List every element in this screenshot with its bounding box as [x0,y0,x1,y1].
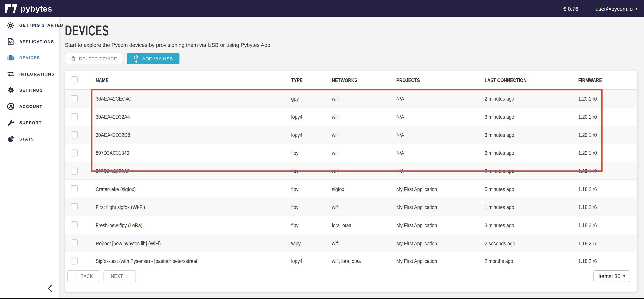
row-checkbox[interactable] [71,185,78,192]
device-name: First flight sigfox (Wi-Fi) [91,203,288,210]
row-checkbox[interactable] [71,150,78,156]
device-type: gpy [288,95,328,102]
device-firmware: 1.18.2.r6 [573,185,638,192]
device-networks: wifi [328,113,395,120]
wrench-icon [7,119,14,126]
device-firmware: 1.20.1.r0 [573,149,638,156]
device-networks: wifi [328,239,395,246]
delete-device-button[interactable]: DELETE DEVICE [65,53,124,64]
table-header-row: NAME TYPE NETWORKS PROJECTS LAST CONNECT… [65,71,638,90]
back-button[interactable]: ← BACK [67,270,100,282]
table-row[interactable]: First flight sigfox (Wi-Fi) fipy wifi My… [65,198,638,216]
device-projects: N/A [395,149,484,156]
row-checkbox[interactable] [71,222,78,228]
device-last-connection: 2 minutes ago [484,149,573,156]
trash-icon [71,56,76,61]
usb-icon [134,54,139,62]
row-checkbox[interactable] [71,258,78,264]
user-email: user@pycom.io [596,6,632,12]
pybytes-app: pybytes € 0.76 user@pycom.io ▾ [0,0,644,299]
device-last-connection: 3 minutes ago [484,113,573,120]
device-projects: N/A [395,167,484,174]
device-firmware: 1.20.1.r0 [573,113,638,120]
device-projects: My First Application [395,257,484,265]
table-row[interactable]: 30AEA42CEC4C gpy wifi N/A 2 minutes ago … [65,90,638,108]
device-firmware: 1.18.2.r6 [573,257,638,265]
account-balance[interactable]: € 0.76 [564,6,578,12]
table-row[interactable]: 30AEA42D32D8 lopy4 wifi N/A 3 minutes ag… [65,126,638,144]
row-checkbox[interactable] [71,131,78,138]
device-firmware: 1.18.2.r6 [573,221,638,229]
sidebar-item-label: SETTINGS [19,88,43,92]
code-document-icon [7,38,14,45]
sidebar-item-getting-started[interactable]: GETTING STARTED [0,17,59,34]
device-last-connection: 3 minutes ago [484,131,573,138]
device-networks: wifi [328,167,395,174]
device-type: lopy4 [288,131,328,138]
chevron-left-icon [48,284,52,292]
device-projects: N/A [395,113,484,120]
sidebar-item-applications[interactable]: APPLICATIONS [0,34,59,50]
table-row[interactable]: 807D3AC322A8 fipy wifi N/A 2 minutes ago… [65,162,638,180]
device-last-connection: 2 seconds ago [484,239,573,246]
sidebar-item-devices[interactable]: DEVICES [0,50,59,66]
sidebar-item-label: STATS [19,137,34,141]
device-name: 30AEA42D32A4 [91,113,288,120]
device-firmware: 1.18.2.r7 [573,239,638,246]
items-per-page-dropdown[interactable]: Items: 30 ▾ [594,270,630,282]
column-header-networks: NETWORKS [328,76,395,84]
sidebar-item-account[interactable]: ACCOUNT [0,98,59,115]
next-button[interactable]: NEXT → [104,270,136,282]
table-row[interactable]: Reboot [new pybytes lib] (WiFi) wipy wif… [65,234,638,252]
row-checkbox[interactable] [71,204,78,210]
table-row[interactable]: Crater-lake (sigfox) fipy sigfox My Firs… [65,180,638,198]
device-name: Sigfox-test (with Pysense) - [pastoor pe… [91,257,288,265]
page-subtitle: Start to explore the Pycom devices by pr… [65,42,644,48]
pagination-buttons: ← BACK NEXT → [67,270,136,282]
sun-icon [7,22,14,29]
toolbar: DELETE DEVICE ADD VIA USB [65,53,644,64]
column-header-type: TYPE [288,76,328,84]
pycom-logo-icon [5,4,18,13]
device-projects: N/A [395,95,484,102]
device-name: 30AEA42CEC4C [91,95,288,102]
row-checkbox[interactable] [71,113,78,120]
sidebar-item-settings[interactable]: SETTINGS [0,82,59,98]
logo-text: pybytes [20,4,52,13]
sidebar-item-label: INTEGRATIONS [19,72,54,76]
sidebar-collapse-button[interactable] [46,282,54,296]
main-content: DEVICES Start to explore the Pycom devic… [59,17,644,299]
table-row[interactable]: Fresh-new-fipy (LoRa) fipy lora_otaa My … [65,216,638,234]
device-projects: My First Application [395,239,484,246]
select-all-checkbox[interactable] [71,76,78,84]
device-name: 807D3AC322A8 [91,167,288,174]
sidebar-item-integrations[interactable]: INTEGRATIONS [0,66,59,82]
add-via-usb-button[interactable]: ADD VIA USB [127,53,180,64]
top-bar: pybytes € 0.76 user@pycom.io ▾ [0,0,644,17]
row-checkbox[interactable] [71,240,78,246]
row-checkbox[interactable] [71,168,78,174]
table-row[interactable]: 30AEA42D32A4 lopy4 wifi N/A 3 minutes ag… [65,108,638,126]
device-networks: lora_otaa [328,221,395,229]
items-per-page-label: Items: 30 [598,273,620,279]
device-projects: My First Application [395,185,484,192]
row-checkbox[interactable] [71,95,78,102]
device-name: Crater-lake (sigfox) [91,185,288,192]
add-via-usb-label: ADD VIA USB [142,56,173,61]
user-menu[interactable]: user@pycom.io ▾ [596,6,638,12]
device-last-connection: 2 minutes ago [484,167,573,174]
device-networks: wifi, lora_otaa [328,257,395,265]
gear-icon [7,87,14,94]
sidebar-item-label: SUPPORT [19,120,42,125]
sidebar-item-support[interactable]: SUPPORT [0,115,59,131]
device-last-connection: 2 months ago [484,257,573,265]
column-header-last-connection: LAST CONNECTION [484,76,573,84]
sidebar-item-stats[interactable]: STATS [0,131,59,147]
pybytes-logo[interactable]: pybytes [5,4,52,13]
pagination-bar: ← BACK NEXT → Items: 30 ▾ [65,266,638,292]
page-title: DEVICES [65,23,644,38]
chip-icon [7,54,14,62]
table-row[interactable]: 807D3AC31340 fipy wifi N/A 2 minutes ago… [65,144,638,162]
device-last-connection: 1 minutes ago [484,203,573,210]
device-type: fipy [288,203,328,210]
